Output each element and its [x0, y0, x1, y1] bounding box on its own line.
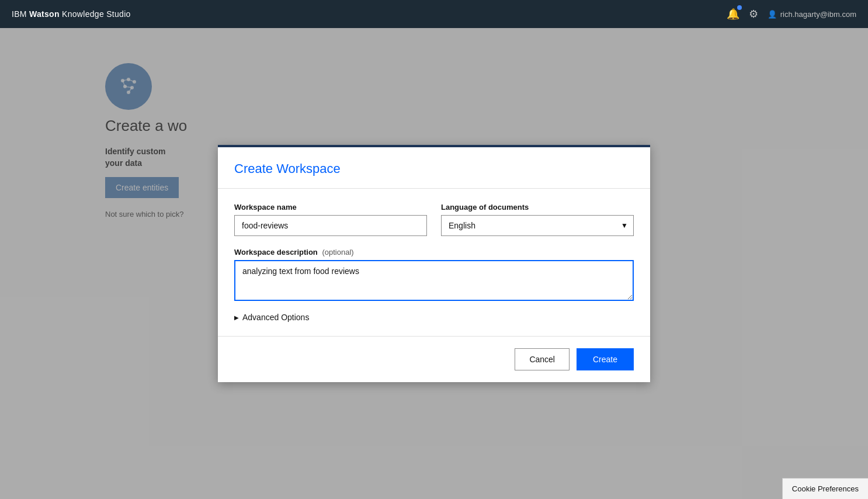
language-label: Language of documents	[441, 203, 634, 212]
language-select-wrapper: English French German Spanish Japanese K…	[441, 215, 634, 236]
workspace-name-group: Workspace name	[234, 203, 427, 236]
navbar-brand: IBM Watson Knowledge Studio	[12, 9, 131, 19]
notifications-icon[interactable]: 🔔	[727, 8, 739, 20]
arrow-right-icon: ▶	[234, 314, 239, 321]
notification-badge	[737, 5, 742, 10]
advanced-options-label: Advanced Options	[242, 313, 309, 322]
cancel-button[interactable]: Cancel	[515, 348, 570, 370]
description-optional: (optional)	[322, 248, 353, 257]
cookie-preferences-button[interactable]: Cookie Preferences	[782, 478, 868, 499]
user-account[interactable]: 👤 rich.hagarty@ibm.com	[768, 10, 856, 19]
navbar-actions: 🔔 ⚙ 👤 rich.hagarty@ibm.com	[727, 8, 856, 20]
user-email: rich.hagarty@ibm.com	[780, 10, 856, 19]
language-group: Language of documents English French Ger…	[441, 203, 634, 236]
form-row-top: Workspace name Language of documents Eng…	[234, 203, 634, 236]
language-select[interactable]: English French German Spanish Japanese K…	[441, 215, 634, 236]
modal-overlay: Create Workspace Workspace name Language…	[0, 28, 868, 499]
create-button[interactable]: Create	[577, 348, 634, 370]
advanced-options-toggle[interactable]: ▶ Advanced Options	[234, 313, 634, 322]
modal-title: Create Workspace	[234, 161, 634, 176]
workspace-name-input[interactable]	[234, 215, 427, 236]
user-icon: 👤	[768, 10, 777, 19]
description-label: Workspace description (optional)	[234, 248, 634, 257]
modal-body: Workspace name Language of documents Eng…	[218, 189, 650, 336]
workspace-name-label: Workspace name	[234, 203, 427, 212]
modal-footer: Cancel Create	[218, 336, 650, 382]
modal-header: Create Workspace	[218, 147, 650, 189]
settings-icon[interactable]: ⚙	[749, 8, 758, 20]
description-group: Workspace description (optional) analyzi…	[234, 248, 634, 301]
navbar: IBM Watson Knowledge Studio 🔔 ⚙ 👤 rich.h…	[0, 0, 868, 28]
description-textarea[interactable]: analyzing text from food reviews	[234, 260, 634, 301]
create-workspace-modal: Create Workspace Workspace name Language…	[218, 145, 650, 382]
